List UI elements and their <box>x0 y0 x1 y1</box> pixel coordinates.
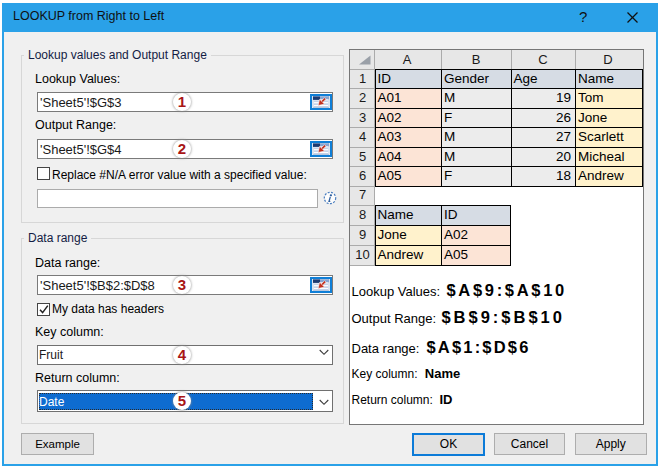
svg-text:ID: ID <box>440 392 453 407</box>
svg-text:1: 1 <box>359 71 366 86</box>
svg-text:C: C <box>538 52 547 67</box>
svg-text:Name: Name <box>578 71 614 86</box>
svg-text:Data range:: Data range: <box>352 341 420 356</box>
svg-text:Jone: Jone <box>378 227 407 242</box>
svg-text:$B$9:$B$10: $B$9:$B$10 <box>441 308 565 326</box>
svg-text:D: D <box>603 52 612 67</box>
svg-text:Scarlett: Scarlett <box>578 129 624 144</box>
svg-text:3: 3 <box>359 110 366 125</box>
svg-text:2: 2 <box>359 90 366 105</box>
svg-text:Age: Age <box>514 71 538 86</box>
svg-text:ID: ID <box>378 71 392 86</box>
svg-text:Gender: Gender <box>444 71 490 86</box>
svg-text:9: 9 <box>359 227 366 242</box>
svg-text:19: 19 <box>556 90 571 105</box>
svg-text:7: 7 <box>359 187 366 202</box>
svg-text:A02: A02 <box>444 227 468 242</box>
svg-text:A02: A02 <box>378 110 402 125</box>
svg-text:Micheal: Micheal <box>578 149 625 164</box>
svg-text:Key column:: Key column: <box>352 367 418 381</box>
svg-text:20: 20 <box>556 149 571 164</box>
svg-text:A05: A05 <box>444 247 468 262</box>
svg-text:27: 27 <box>556 129 571 144</box>
svg-text:4: 4 <box>359 129 366 144</box>
svg-text:A04: A04 <box>378 149 403 164</box>
svg-text:18: 18 <box>556 168 571 183</box>
svg-text:10: 10 <box>355 247 369 262</box>
svg-text:M: M <box>444 149 455 164</box>
svg-text:$A$1:$D$6: $A$1:$D$6 <box>426 338 530 356</box>
svg-text:M: M <box>444 129 455 144</box>
svg-text:Jone: Jone <box>578 110 607 125</box>
svg-text:A: A <box>403 52 412 67</box>
svg-text:$A$9:$A$10: $A$9:$A$10 <box>446 281 567 299</box>
svg-text:M: M <box>444 90 455 105</box>
svg-text:A01: A01 <box>378 90 402 105</box>
svg-text:A03: A03 <box>378 129 402 144</box>
svg-text:8: 8 <box>359 207 366 222</box>
svg-text:ID: ID <box>444 207 458 222</box>
svg-text:Andrew: Andrew <box>578 168 624 183</box>
svg-text:5: 5 <box>359 149 366 164</box>
svg-text:A05: A05 <box>378 168 402 183</box>
svg-text:6: 6 <box>359 168 366 183</box>
svg-text:F: F <box>444 168 452 183</box>
svg-text:Lookup Values:: Lookup Values: <box>352 284 441 299</box>
svg-text:Tom: Tom <box>578 90 604 105</box>
svg-text:Name: Name <box>378 207 414 222</box>
svg-text:Return column:: Return column: <box>352 393 433 407</box>
svg-text:Output Range:: Output Range: <box>352 311 437 326</box>
svg-text:Andrew: Andrew <box>378 247 424 262</box>
svg-text:26: 26 <box>556 110 571 125</box>
svg-text:B: B <box>472 52 481 67</box>
svg-text:F: F <box>444 110 452 125</box>
svg-text:Name: Name <box>425 366 460 381</box>
